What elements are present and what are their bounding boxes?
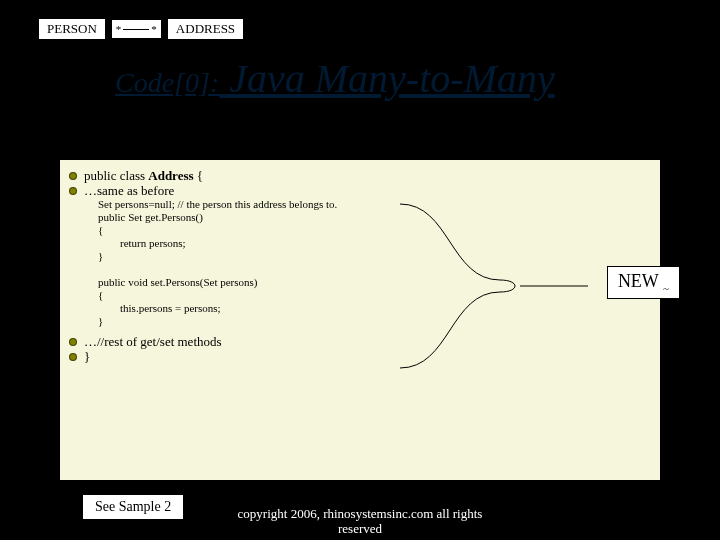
uml-diagram: PERSON * * ADDRESS <box>38 18 244 40</box>
code-line: public void set.Persons(Set persons) <box>70 276 650 289</box>
uml-association: * * <box>112 20 161 38</box>
code-line: } <box>70 349 650 364</box>
code-line: …same as before <box>70 183 650 198</box>
code-line: Set persons=null; // the person this add… <box>70 198 650 211</box>
code-line: public class Address { <box>70 168 650 183</box>
code-line: { <box>70 224 650 237</box>
uml-mult-right: * <box>151 23 157 35</box>
new-mark: ~ <box>663 282 669 294</box>
code-line: public Set get.Persons() <box>70 211 650 224</box>
code-line: …//rest of get/set methods <box>70 334 650 349</box>
code-line: } <box>70 250 650 263</box>
code-line <box>70 263 650 276</box>
uml-mult-left: * <box>116 23 122 35</box>
bullet-icon <box>70 173 76 179</box>
bullet-icon <box>70 188 76 194</box>
code-block: public class Address { …same as before S… <box>60 160 660 480</box>
new-label: NEW <box>618 271 659 291</box>
uml-entity-address: ADDRESS <box>167 18 244 40</box>
bullet-icon <box>70 354 76 360</box>
see-sample-box: See Sample 2 <box>82 494 184 520</box>
code-line: return persons; <box>70 237 650 250</box>
copyright-text: copyright 2006, rhinosystemsinc.com all … <box>230 506 490 536</box>
title-prefix: Code[0]: <box>115 67 219 98</box>
new-callout: NEW ~ <box>607 266 680 299</box>
title-main: Java Many-to-Many <box>219 56 554 101</box>
slide-title: Code[0]: Java Many-to-Many <box>115 55 655 102</box>
code-line: } <box>70 315 650 328</box>
uml-entity-person: PERSON <box>38 18 106 40</box>
code-line: { <box>70 289 650 302</box>
code-line: this.persons = persons; <box>70 302 650 315</box>
bullet-icon <box>70 339 76 345</box>
